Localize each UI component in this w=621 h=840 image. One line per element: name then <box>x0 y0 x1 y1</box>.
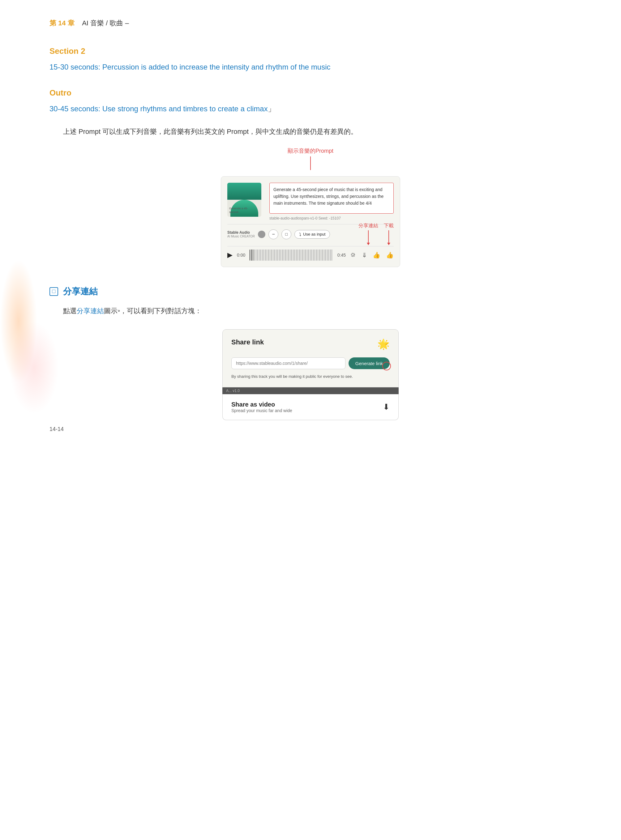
corner-mark: 」 <box>268 104 275 113</box>
chapter-header: 第 14 章 AI 音樂 / 歌曲 – <box>50 18 571 28</box>
decorative-blob-orange <box>0 259 37 383</box>
time-start: 0:00 <box>237 253 245 257</box>
waveform-fill <box>250 250 254 260</box>
share-checkbox[interactable]: □ <box>50 287 58 296</box>
seed-line: stable-audio-audiosparx-v1-0 Seed: -1510… <box>270 216 394 221</box>
use-as-input-btn[interactable]: ⤵ Use as input <box>294 230 330 239</box>
share-video-download-icon[interactable]: ⬇ <box>383 402 390 412</box>
avatar-icon <box>258 231 265 238</box>
like-icon[interactable]: 👍 <box>386 251 394 259</box>
version-partial: A... v1.0 <box>223 387 398 394</box>
btn-circle-decoration <box>382 362 391 370</box>
dislike-icon[interactable]: 👍 <box>373 251 380 259</box>
player-row: ▶ 0:00 0:45 ⛭ ⇓ 👍 👍 <box>227 246 394 260</box>
ctrl-btn-copy[interactable]: □ <box>282 229 291 239</box>
section2-desc: 15-30 seconds: Percussion is added to in… <box>50 62 571 73</box>
share-desc-link: 分享連結 <box>77 307 104 315</box>
dialog-share-link: Share link 🌟 Generate link By sharing th… <box>223 329 398 387</box>
download-icon[interactable]: ⇓ <box>362 251 367 259</box>
share-icon[interactable]: ⛭ <box>350 251 356 259</box>
dialog-title: Share link <box>231 338 264 346</box>
dialog-input-row: Generate link <box>231 357 390 369</box>
stable-audio-sub: AI Music CREATOR <box>227 235 255 238</box>
download-label-red: 下載 <box>384 222 394 229</box>
url-input[interactable] <box>231 357 345 369</box>
share-label-red: 分享連結 <box>359 222 378 229</box>
page-number: 14-14 <box>50 426 64 433</box>
body-text: 上述 Prompt 可以生成下列音樂，此音樂有列出英文的 Prompt，與中文生… <box>50 126 571 138</box>
outro-desc: 30-45 seconds: Use strong rhythms and ti… <box>50 103 571 114</box>
controls-row: Stable Audio AI Music CREATOR − □ ⤵ Use … <box>227 224 394 241</box>
share-video-title: Share as video <box>231 401 292 408</box>
share-desc: 點選分享連結圖示⸰，可以看到下列對話方塊： <box>50 305 571 317</box>
prompt-label: 顯示音樂的Prompt <box>288 148 333 154</box>
outro-label: Outro <box>50 88 571 98</box>
dialog-notice: By sharing this track you will be making… <box>231 374 390 380</box>
play-button[interactable]: ▶ <box>227 251 233 259</box>
thumbnail: Generate a 45-second... <box>227 183 261 217</box>
stable-audio-title: Stable Audio <box>227 230 255 235</box>
generate-link-button[interactable]: Generate link <box>348 357 390 369</box>
ctrl-btn-minus[interactable]: − <box>268 229 278 239</box>
time-end: 0:45 <box>338 253 346 257</box>
chapter-label: 第 14 章 <box>50 19 74 27</box>
screenshot-area: 顯示音樂的Prompt Generate a 45-second... <box>50 147 571 267</box>
waveform[interactable] <box>250 250 333 260</box>
dialog-share-video: Share as video Spread your music far and… <box>223 394 398 420</box>
dialog-wrapper: Share link 🌟 Generate link By sharing th… <box>223 329 398 420</box>
share-title: 分享連結 <box>63 286 98 297</box>
decorative-blob-pink <box>9 321 59 414</box>
prompt-box: Generate a 45-second piece of music that… <box>270 183 394 213</box>
section2-label: Section 2 <box>50 46 571 56</box>
share-video-text: Share as video Spread your music far and… <box>231 401 292 413</box>
thumb-label: Generate a 45-second... <box>229 207 259 214</box>
chapter-title: AI 音樂 / 歌曲 – <box>82 19 129 27</box>
share-video-subtitle: Spread your music far and wide <box>231 408 292 413</box>
dialog-logo: 🌟 <box>377 338 390 350</box>
music-card: Generate a 45-second... Generate a 45-se… <box>221 176 400 267</box>
share-section-header: □ 分享連結 <box>50 286 571 297</box>
share-desc-icon: 圖示⸰ <box>104 307 120 315</box>
dialog-header: Share link 🌟 <box>231 338 390 350</box>
